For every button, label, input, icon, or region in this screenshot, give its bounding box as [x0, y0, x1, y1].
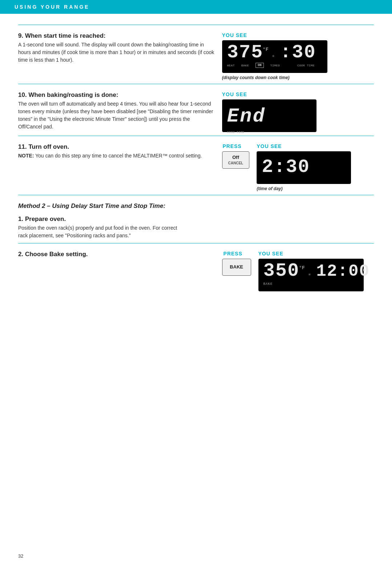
- press-col-11: PRESS Off CANCEL: [222, 143, 250, 169]
- snowflake-icon-9: ✳: [272, 53, 275, 59]
- method2-title: Method 2 – Using Delay Start Time and St…: [18, 202, 374, 210]
- button-main-11: Off: [228, 155, 244, 161]
- bake-label-m2s2: BAKE: [264, 282, 273, 286]
- degree-f-9: °F: [263, 47, 269, 52]
- section-10: 10. When baking/roasting is done: The ov…: [18, 84, 374, 136]
- display-time-m2s2: 12:00: [316, 263, 370, 280]
- button-sub-11: CANCEL: [228, 161, 244, 165]
- header-bar: USING YOUR RANGE: [0, 0, 392, 14]
- method2-s1-number: 1. Prepare oven.: [18, 216, 374, 223]
- method2-s2-number: 2. Choose Bake setting.: [18, 251, 215, 258]
- method2-header: Method 2 – Using Delay Start Time and St…: [18, 195, 374, 210]
- section-9-number: 9. When start time is reached:: [18, 32, 215, 40]
- method2-s1-body: Position the oven rack(s) properly and p…: [18, 224, 185, 239]
- you-see-col-m2s2: YOU SEE 350°F ✳ 12:00 BAKE: [258, 251, 364, 291]
- display-temp-9: 375°F: [227, 43, 269, 62]
- heat-label-9: HEAT: [227, 64, 235, 67]
- section-11-left: 11. Turn off oven. NOTE: You can do this…: [18, 143, 215, 191]
- page-content: 9. When start time is reached: A 1-secon…: [0, 14, 392, 309]
- section-9-body: A 1-second tone will sound. The display …: [18, 41, 215, 64]
- method2-s2-right: PRESS BAKE YOU SEE 350°F ✳ 12:00: [222, 251, 374, 291]
- press-you-see-row-11: PRESS Off CANCEL YOU SEE 2:30 (time of d…: [222, 143, 351, 191]
- page-number: 32: [18, 553, 23, 559]
- section-10-number: 10. When baking/roasting is done:: [18, 91, 215, 99]
- bake-button[interactable]: BAKE: [222, 259, 251, 276]
- bake-label-9: BAKE: [241, 64, 249, 67]
- display-time-11: 2:30: [262, 156, 310, 178]
- display-caption-11: (time of day): [257, 186, 282, 191]
- press-you-see-row-m2s2: PRESS BAKE YOU SEE 350°F ✳ 12:00: [222, 251, 364, 291]
- section-10-left: 10. When baking/roasting is done: The ov…: [18, 91, 215, 132]
- end-text-10: End: [227, 105, 311, 127]
- section-11-number: 11. Turn off oven.: [18, 143, 215, 151]
- press-col-m2s2: PRESS BAKE: [222, 251, 251, 276]
- display-screen-11: 2:30: [257, 151, 351, 184]
- section-9: 9. When start time is reached: A 1-secon…: [18, 25, 374, 84]
- section-10-body: The oven will turn off automatically and…: [18, 100, 215, 131]
- section-9-left: 9. When start time is reached: A 1-secon…: [18, 32, 215, 80]
- method2-section1: 1. Prepare oven. Position the oven rack(…: [18, 211, 374, 243]
- you-see-col-11: YOU SEE 2:30 (time of day): [257, 143, 351, 191]
- on-badge-9: ON: [256, 63, 264, 68]
- display-time-11-container: 2:30: [262, 158, 346, 177]
- method2-section2: 2. Choose Bake setting. PRESS BAKE YOU S…: [18, 243, 374, 295]
- display-temp-m2s2: 350°F: [264, 262, 306, 280]
- timed-heat-row-9: HEAT BAKE ON TIMED COOK TIME: [227, 63, 322, 68]
- header-title: USING YOUR RANGE: [15, 4, 90, 10]
- cook-time-label-10: COOK TIME: [227, 129, 311, 135]
- you-see-label-11: YOU SEE: [257, 143, 282, 149]
- you-see-label-m2s2: YOU SEE: [258, 251, 283, 257]
- display-time-9: :30: [280, 43, 316, 62]
- bake-display-row: 350°F ✳ 12:00: [264, 262, 359, 280]
- display-screen-9: 375°F ✳ :30 HEAT BAKE ON TIMED COOK TIME: [222, 40, 327, 73]
- cook-time-label-9: COOK TIME: [297, 64, 315, 67]
- display-screen-m2s2: 350°F ✳ 12:00 BAKE: [258, 259, 364, 291]
- press-label-11: PRESS: [222, 143, 241, 149]
- snowflake-icon-m2s2: ✳: [308, 271, 311, 277]
- section-11-body: NOTE: You can do this step any time to c…: [18, 152, 215, 160]
- section-10-right: YOU SEE End COOK TIME: [222, 91, 374, 132]
- section-11-right: PRESS Off CANCEL YOU SEE 2:30 (time of d…: [222, 143, 374, 191]
- bake-button-main: BAKE: [228, 264, 245, 270]
- off-cancel-button[interactable]: Off CANCEL: [222, 151, 250, 169]
- you-see-label-10: YOU SEE: [222, 91, 247, 97]
- display-caption-9: (display counts down cook time): [222, 75, 290, 80]
- section-11: 11. Turn off oven. NOTE: You can do this…: [18, 136, 374, 195]
- section-9-right: YOU SEE 375°F ✳ :30 HEAT BAKE ON TIMED C…: [222, 32, 374, 80]
- you-see-label-9: YOU SEE: [222, 32, 247, 38]
- method2-s2-left: 2. Choose Bake setting.: [18, 251, 215, 291]
- timed-label-9: TIMED: [270, 64, 280, 67]
- display-screen-10: End COOK TIME: [222, 99, 317, 132]
- display-inner-9: 375°F ✳ :30: [227, 43, 322, 62]
- press-label-m2s2: PRESS: [223, 251, 242, 257]
- note-label-11: NOTE:: [18, 153, 34, 159]
